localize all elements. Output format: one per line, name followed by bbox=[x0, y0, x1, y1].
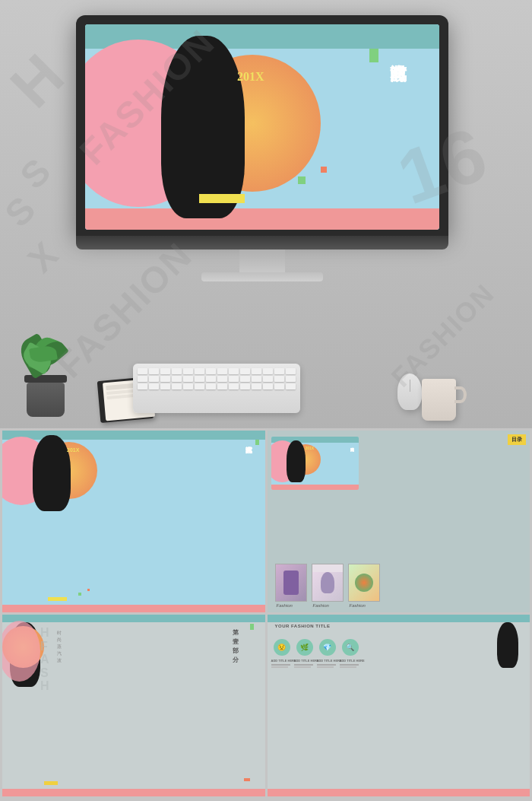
plant-pot bbox=[27, 383, 65, 417]
key bbox=[172, 376, 182, 382]
t2-img1-fig bbox=[283, 571, 299, 595]
slide-green-rect bbox=[369, 49, 378, 62]
thumbnails-section: 201X 时尚蒸汽波 目录 bbox=[0, 428, 532, 801]
t2-cover-mini: 201X 时尚蒸汽波 bbox=[271, 437, 359, 490]
t1-yellow bbox=[48, 597, 67, 601]
key bbox=[149, 383, 159, 389]
thumbnail-3-section[interactable]: HFASH 第壹部分 时尚蒸汽波 bbox=[2, 615, 265, 796]
key bbox=[206, 383, 216, 389]
t1-bottom-bar bbox=[2, 605, 265, 612]
t2-img1 bbox=[275, 564, 307, 602]
mouse-divider bbox=[410, 380, 410, 392]
thumbnail-4-content[interactable]: YOUR FASHION TITLE 😟 🌿 💎 🔍 ADD TITLE HER… bbox=[268, 615, 530, 796]
t2-img2 bbox=[312, 564, 344, 602]
slide-deco2 bbox=[321, 167, 327, 173]
key bbox=[172, 383, 182, 389]
main-slide: 201X 时尚蒸汽波 bbox=[85, 24, 439, 230]
t4-line2 bbox=[294, 664, 313, 666]
key bbox=[195, 383, 204, 389]
key bbox=[286, 383, 296, 389]
t1-year: 201X bbox=[67, 447, 79, 453]
t3-top-bar bbox=[2, 615, 265, 622]
t4-add3: ADD TITLE HERE bbox=[317, 659, 342, 663]
t2-cover-mini-bg: 201X 时尚蒸汽波 bbox=[271, 437, 359, 490]
slide-bottom-bar bbox=[85, 208, 439, 230]
thumb2-content: 目录 Fashion bbox=[268, 431, 530, 612]
t2-fashion3: Fashion bbox=[350, 603, 366, 608]
t2-img3 bbox=[348, 564, 380, 602]
thumb3-content: HFASH 第壹部分 时尚蒸汽波 bbox=[2, 615, 265, 796]
t2-img2-fig bbox=[321, 572, 334, 593]
t3-bottom-bar bbox=[2, 789, 265, 796]
key bbox=[172, 368, 182, 374]
t4-line4 bbox=[340, 664, 359, 666]
t1-deco1 bbox=[78, 593, 81, 596]
t4-add4: ADD TITLE HERE bbox=[340, 659, 365, 663]
t4-line1b bbox=[271, 666, 288, 668]
t4-line1 bbox=[271, 664, 290, 666]
thumb4-content: YOUR FASHION TITLE 😟 🌿 💎 🔍 ADD TITLE HER… bbox=[268, 615, 530, 796]
t2-img3-inner bbox=[349, 564, 379, 601]
t4-line4b bbox=[340, 666, 356, 668]
t2-badge: 目录 bbox=[508, 434, 526, 445]
t4-line2b bbox=[294, 666, 311, 668]
key bbox=[217, 376, 227, 382]
t3-sublabel: 时尚蒸汽波 bbox=[57, 630, 62, 664]
key bbox=[252, 383, 261, 389]
t1-deco2 bbox=[87, 589, 90, 591]
t4-icon2: 🌿 bbox=[296, 639, 313, 656]
keyboard-keys bbox=[133, 364, 300, 394]
key bbox=[149, 368, 159, 374]
key bbox=[274, 383, 284, 389]
key bbox=[229, 383, 239, 389]
key bbox=[286, 368, 296, 374]
key bbox=[229, 368, 239, 374]
key bbox=[240, 383, 250, 389]
slide-person bbox=[161, 36, 245, 218]
t3-deco-yellow bbox=[44, 781, 58, 785]
t3-deco-coral bbox=[244, 778, 250, 781]
key bbox=[240, 368, 250, 374]
mug bbox=[422, 379, 456, 421]
monitor-screen: 201X 时尚蒸汽波 bbox=[85, 24, 439, 230]
t4-top-bar bbox=[268, 615, 530, 622]
key bbox=[195, 376, 204, 382]
t2-mini-person bbox=[287, 440, 306, 482]
monitor-stand-top bbox=[76, 236, 448, 250]
plant-soil bbox=[24, 375, 67, 383]
t1-green bbox=[255, 440, 259, 445]
monitor-stand-base bbox=[201, 272, 323, 281]
t2-fashion1: Fashion bbox=[277, 603, 293, 608]
key bbox=[160, 376, 170, 382]
key bbox=[240, 376, 250, 382]
key bbox=[286, 376, 296, 382]
t2-img1-inner bbox=[276, 564, 306, 601]
key bbox=[160, 368, 170, 374]
t4-bottom-bar bbox=[268, 789, 530, 796]
monitor-stand-neck bbox=[239, 250, 285, 272]
key bbox=[149, 376, 159, 382]
monitor: 201X 时尚蒸汽波 bbox=[76, 15, 448, 281]
thumbnail-2-toc[interactable]: 目录 Fashion bbox=[268, 431, 530, 612]
t3-deco-green bbox=[250, 624, 254, 630]
key bbox=[206, 376, 216, 382]
t1-person bbox=[33, 435, 71, 511]
monitor-bezel: 201X 时尚蒸汽波 bbox=[76, 15, 448, 236]
t2-mini-year: 201X bbox=[306, 446, 315, 450]
t4-icon4: 🔍 bbox=[342, 639, 359, 656]
key bbox=[263, 383, 273, 389]
key bbox=[274, 368, 284, 374]
key bbox=[252, 368, 261, 374]
key bbox=[274, 376, 284, 382]
key bbox=[138, 368, 147, 374]
slide-deco1 bbox=[298, 176, 306, 184]
t2-img2-inner bbox=[312, 572, 343, 602]
t4-add2: ADD TITLE HERE bbox=[294, 659, 319, 663]
mouse bbox=[397, 373, 422, 410]
thumbnail-1-cover[interactable]: 201X 时尚蒸汽波 bbox=[2, 431, 265, 612]
t4-line3b bbox=[317, 666, 334, 668]
key bbox=[206, 368, 216, 374]
key bbox=[195, 368, 204, 374]
key bbox=[217, 368, 227, 374]
key bbox=[138, 383, 147, 389]
